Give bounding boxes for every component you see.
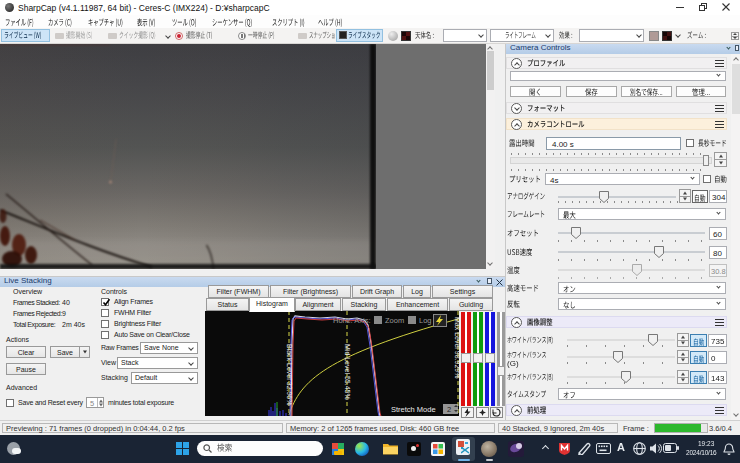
svg-text:2: 2	[447, 405, 451, 414]
svg-text:Log: Log	[419, 316, 432, 325]
svg-text:Stretch Mode: Stretch Mode	[391, 405, 436, 414]
svg-text:Zoom: Zoom	[385, 316, 404, 325]
svg-text:Black Level 32.96%: Black Level 32.96%	[286, 344, 293, 405]
svg-text:Mid Level 55.45%: Mid Level 55.45%	[344, 344, 351, 400]
svg-text:Horiz. Axis:: Horiz. Axis:	[333, 316, 371, 325]
